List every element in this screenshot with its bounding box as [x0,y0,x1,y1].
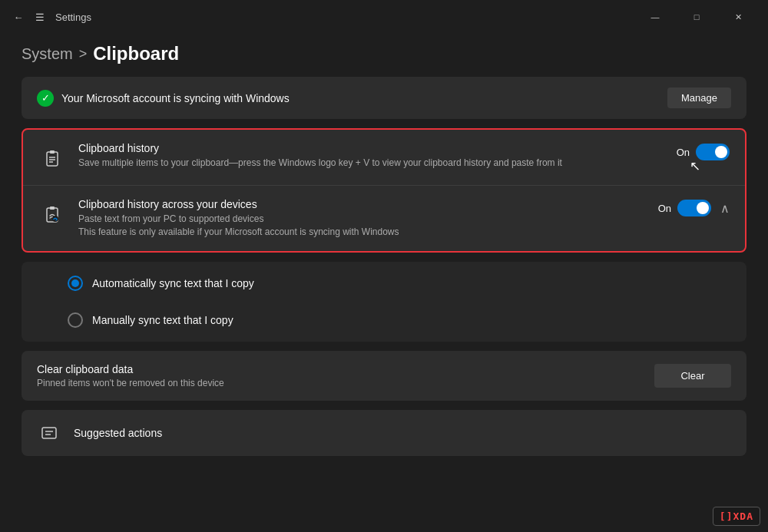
breadcrumb-system[interactable]: System [22,45,73,63]
settings-card: Clipboard history Save multiple items to… [22,128,746,253]
clear-title: Clear clipboard data [37,363,224,375]
svg-line-8 [56,220,57,221]
breadcrumb-current: Clipboard [93,43,179,64]
clipboard-history-control: On [677,144,730,160]
svg-rect-0 [47,152,58,166]
clipboard-sync-control: On ∧ [658,200,730,216]
manage-button[interactable]: Manage [667,88,731,108]
clipboard-sync-toggle-label: On [658,203,671,214]
svg-rect-9 [42,428,56,438]
sync-banner-text: Your Microsoft account is syncing with W… [61,92,290,104]
clipboard-sync-desc2: This feature is only available if your M… [78,226,646,239]
suggested-actions-section: Suggested actions [22,410,746,456]
clipboard-history-icon [38,145,66,173]
cursor-icon: ↖ [690,158,700,174]
close-button[interactable]: ✕ [720,5,756,29]
title-bar: ← ☰ Settings — □ ✕ [0,0,768,34]
breadcrumb-separator: > [79,46,88,62]
minimize-button[interactable]: — [637,5,673,29]
auto-sync-label: Automatically sync text that I copy [92,277,254,289]
clipboard-history-item: Clipboard history Save multiple items to… [23,130,745,185]
clipboard-sync-content: Clipboard history across your devices Pa… [78,198,646,239]
svg-rect-6 [50,207,55,210]
clear-section-left: Clear clipboard data Pinned items won't … [37,363,224,388]
auto-sync-radio-fill [71,279,79,287]
clipboard-sync-icon [38,201,66,229]
svg-rect-1 [50,150,55,154]
sub-options: Automatically sync text that I copy Manu… [22,262,746,342]
sync-status-icon: ✓ [37,90,54,107]
xda-watermark: []XDA [713,507,760,526]
clipboard-sync-title: Clipboard history across your devices [78,198,646,210]
manual-sync-label: Manually sync text that I copy [92,314,233,326]
clipboard-history-content: Clipboard history Save multiple items to… [78,142,664,170]
clipboard-sync-expand[interactable]: ∧ [720,201,730,216]
manual-sync-option[interactable]: Manually sync text that I copy [22,302,746,339]
clipboard-sync-toggle[interactable] [677,200,711,216]
app-title: Settings [55,12,91,23]
clear-desc: Pinned items won't be removed on this de… [37,378,224,388]
clipboard-history-title: Clipboard history [78,142,664,154]
back-button[interactable]: ← [12,11,25,23]
clear-button[interactable]: Clear [654,364,731,388]
title-bar-left: ← ☰ Settings [12,11,628,23]
menu-button[interactable]: ☰ [34,11,46,23]
suggested-actions-icon [37,421,61,445]
clipboard-history-toggle[interactable] [696,144,730,160]
maximize-button[interactable]: □ [679,5,714,29]
auto-sync-option[interactable]: Automatically sync text that I copy [22,265,746,302]
sync-banner: ✓ Your Microsoft account is syncing with… [22,77,746,119]
main-content: ✓ Your Microsoft account is syncing with… [0,77,768,456]
manual-sync-radio[interactable] [68,312,83,328]
clipboard-sync-item: Clipboard history across your devices Pa… [23,185,745,251]
clipboard-sync-desc1: Paste text from your PC to supported dev… [78,213,646,226]
clear-section: Clear clipboard data Pinned items won't … [22,351,746,401]
suggested-actions-title: Suggested actions [74,427,162,439]
breadcrumb: System > Clipboard [0,34,768,77]
auto-sync-radio[interactable] [68,276,83,291]
clipboard-history-toggle-label: On [677,147,690,158]
window-controls: — □ ✕ [637,5,756,29]
clipboard-history-desc: Save multiple items to your clipboard—pr… [78,157,664,170]
sync-banner-left: ✓ Your Microsoft account is syncing with… [37,90,290,107]
